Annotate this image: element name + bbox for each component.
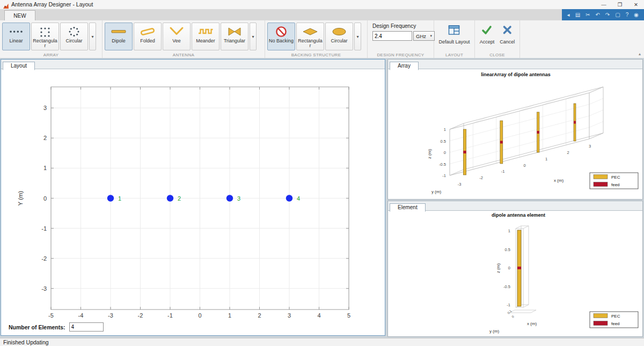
array-circular-label: Circular <box>65 39 82 43</box>
main-area: Layout -5-4-3-2-1012345-3-2-101231234Y (… <box>0 58 644 338</box>
svg-text:x (m): x (m) <box>527 321 537 326</box>
section-backing-structure: No Backing Rectangular Circular ▾ BACKIN… <box>265 20 368 58</box>
frequency-unit-value: GHz <box>416 33 426 39</box>
svg-text:-2: -2 <box>138 312 143 319</box>
section-layout: Default Layout LAYOUT <box>434 20 475 58</box>
backing-none-button[interactable]: No Backing <box>267 23 295 50</box>
tab-element[interactable]: Element <box>390 203 426 212</box>
layout-plot[interactable]: -5-4-3-2-1012345-3-2-101231234Y (m) <box>1 69 385 321</box>
svg-text:1: 1 <box>444 127 446 132</box>
backing-rectangular-button[interactable]: Rectangular <box>296 23 324 50</box>
antenna-triangular-button[interactable]: Triangular <box>221 23 248 50</box>
svg-text:3: 3 <box>288 312 291 319</box>
svg-text:-1: -1 <box>41 225 47 232</box>
collapse-toolstrip-icon[interactable]: ▴ <box>639 51 641 56</box>
section-close: Accept Cancel CLOSE <box>475 20 520 58</box>
design-frequency-input[interactable] <box>372 31 412 41</box>
section-antenna: Dipole Folded Vee Meander <box>103 20 265 58</box>
cancel-button[interactable]: Cancel <box>498 22 516 45</box>
cancel-label: Cancel <box>500 39 515 45</box>
undo-icon[interactable]: ↶ <box>595 12 599 18</box>
default-layout-icon <box>448 25 460 38</box>
svg-text:-0.5: -0.5 <box>439 162 446 167</box>
minimize-button[interactable]: — <box>596 0 612 9</box>
element-panel: Element 10.50-0.5-10.10dipole antenna el… <box>387 201 643 337</box>
cut-icon[interactable]: ✂ <box>586 12 590 18</box>
svg-text:-1: -1 <box>442 173 446 178</box>
save-icon[interactable]: ▤ <box>575 12 580 18</box>
array-linear-button[interactable]: Linear <box>2 23 30 50</box>
help-icon[interactable]: ? <box>626 12 629 18</box>
section-close-label: CLOSE <box>475 53 519 57</box>
svg-text:y (m): y (m) <box>431 189 442 194</box>
frequency-unit-select[interactable]: GHz ▾ <box>413 31 435 41</box>
layout-panel-tabs: Layout <box>1 60 385 69</box>
array-gallery-dropdown[interactable]: ▾ <box>89 23 96 50</box>
svg-text:1: 1 <box>43 165 47 171</box>
layout-panel: Layout -5-4-3-2-1012345-3-2-101231234Y (… <box>1 59 385 336</box>
svg-text:-3: -3 <box>458 182 462 187</box>
default-layout-label: Default Layout <box>438 39 470 45</box>
array-panel: Array 10.50-0.5-1-3-2-10123linearArray o… <box>387 59 643 200</box>
section-layout-label: LAYOUT <box>434 53 474 57</box>
backing-circular-button[interactable]: Circular <box>325 23 353 50</box>
svg-text:feed: feed <box>611 182 620 187</box>
accept-check-icon <box>481 25 493 38</box>
backing-gallery-dropdown[interactable]: ▾ <box>354 23 361 50</box>
svg-text:-5: -5 <box>48 312 54 319</box>
section-frequency-label: DESIGN FREQUENCY <box>368 53 434 57</box>
svg-text:4: 4 <box>317 312 320 319</box>
accept-label: Accept <box>480 39 495 45</box>
svg-text:3: 3 <box>589 144 591 149</box>
tab-new[interactable]: NEW <box>4 10 35 20</box>
svg-text:3: 3 <box>237 195 240 202</box>
antenna-dipole-label: Dipole <box>112 39 126 43</box>
circular-backing-icon <box>330 25 348 38</box>
status-text: Finished Updating <box>3 339 49 345</box>
svg-text:Y (m): Y (m) <box>17 190 24 205</box>
accept-button[interactable]: Accept <box>478 22 496 45</box>
svg-text:y (m): y (m) <box>489 329 500 334</box>
toolstrip-tab-row: NEW ◂▤✂↶↷▢?◉ <box>0 9 644 21</box>
resources-icon[interactable]: ◉ <box>634 12 639 18</box>
section-array: Linear Rectangular Circular ▾ ARRAY <box>0 20 103 58</box>
array-rectangular-label: Rectangular <box>32 39 58 49</box>
antenna-gallery-dropdown[interactable]: ▾ <box>250 23 257 50</box>
array-circular-button[interactable]: Circular <box>60 23 88 50</box>
rectangular-backing-icon <box>301 25 319 38</box>
svg-text:-0.5: -0.5 <box>503 284 510 289</box>
antenna-vee-button[interactable]: Vee <box>163 23 191 50</box>
svg-text:PEC: PEC <box>611 175 620 180</box>
antenna-dipole-button[interactable]: Dipole <box>105 23 133 50</box>
redo-icon[interactable]: ↷ <box>605 12 610 18</box>
number-of-elements-row: Number of Elements: <box>9 322 104 332</box>
array-3d-plot[interactable]: 10.50-0.5-1-3-2-10123linearArray of dipo… <box>388 69 642 200</box>
maximize-button[interactable]: ❐ <box>612 0 628 9</box>
section-antenna-label: ANTENNA <box>103 53 265 57</box>
section-array-label: ARRAY <box>0 53 102 57</box>
titlebar: Antenna Array Designer - Layout — ❐ ✕ <box>0 0 644 10</box>
chevron-down-icon: ▾ <box>356 34 358 39</box>
section-design-frequency: Design Frequency GHz ▾ DESIGN FREQUENCY <box>368 20 434 58</box>
svg-text:0: 0 <box>523 163 525 168</box>
close-button[interactable]: ✕ <box>628 0 644 9</box>
svg-text:1: 1 <box>118 195 121 202</box>
svg-text:-1: -1 <box>507 303 510 307</box>
antenna-meander-button[interactable]: Meander <box>192 23 219 50</box>
section-backing-label: BACKING STRUCTURE <box>265 53 367 57</box>
antenna-folded-label: Folded <box>140 39 155 43</box>
window-icon[interactable]: ▢ <box>615 12 620 18</box>
svg-text:0: 0 <box>444 150 446 155</box>
element-3d-plot[interactable]: 10.50-0.5-10.10dipole antenna elementy (… <box>388 211 642 337</box>
svg-text:0.1: 0.1 <box>507 309 513 315</box>
number-of-elements-input[interactable] <box>69 322 104 332</box>
array-rectangular-button[interactable]: Rectangular <box>31 23 59 50</box>
default-layout-button[interactable]: Default Layout <box>437 22 471 45</box>
dock-icon[interactable]: ◂ <box>567 12 570 18</box>
window-title: Antenna Array Designer - Layout <box>11 1 93 8</box>
tab-array[interactable]: Array <box>390 62 419 70</box>
tab-layout[interactable]: Layout <box>3 62 35 70</box>
antenna-folded-button[interactable]: Folded <box>134 23 162 50</box>
svg-text:z (m): z (m) <box>496 263 501 274</box>
svg-text:-2: -2 <box>41 255 47 262</box>
